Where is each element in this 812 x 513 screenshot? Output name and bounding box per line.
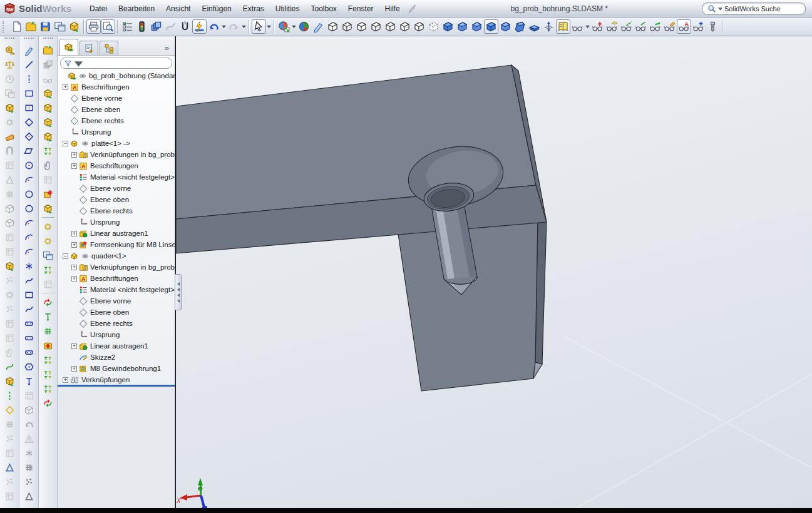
tree-filter[interactable]: [60, 58, 172, 69]
tree-item[interactable]: +Verknüpfungen in bg_prob: [58, 149, 175, 160]
physical-dynamics-button[interactable]: [41, 310, 55, 323]
spline-button[interactable]: [22, 273, 36, 287]
expand-icon[interactable]: +: [71, 231, 77, 236]
options-button[interactable]: [120, 19, 135, 34]
circular-pattern-button[interactable]: [22, 475, 36, 489]
view-origins-button[interactable]: [691, 19, 706, 34]
trim-entities-button[interactable]: [22, 446, 36, 460]
smart-mate-button[interactable]: [41, 101, 55, 114]
panel-collapse-grip[interactable]: [175, 274, 182, 310]
menu-hilfe[interactable]: Hilfe: [379, 3, 406, 15]
box-a-button[interactable]: [3, 158, 16, 172]
display-hidden-lines-removed-button[interactable]: [470, 19, 484, 34]
expand-icon[interactable]: +: [71, 152, 77, 158]
undo-button[interactable]: [207, 19, 221, 34]
trace-line-button[interactable]: [3, 389, 16, 402]
wire-box-a-button[interactable]: [3, 201, 16, 215]
tree-item[interactable]: Ursprung: [58, 216, 175, 228]
open-document-button[interactable]: [24, 19, 38, 34]
tree-item[interactable]: Ursprung: [58, 329, 175, 340]
menu-einfügen[interactable]: Einfügen: [196, 3, 237, 15]
section-view-button[interactable]: [527, 19, 542, 34]
assembly-repair-button[interactable]: [41, 338, 55, 352]
exploded-view-button[interactable]: [41, 187, 55, 201]
hide-show-items-button[interactable]: [570, 19, 585, 34]
advanced-mate-button[interactable]: [41, 130, 55, 143]
expand-icon[interactable]: +: [63, 84, 68, 90]
print-preview-button[interactable]: [101, 19, 115, 34]
line-button[interactable]: [22, 58, 36, 71]
tree-item[interactable]: Ebene vorne: [58, 183, 175, 194]
diamond-yellow-button[interactable]: [3, 403, 16, 417]
circle-partial-button[interactable]: [22, 187, 36, 201]
pattern-dots-button[interactable]: [3, 273, 16, 287]
toolbar-drag-handle[interactable]: [3, 21, 6, 33]
gear-a-button[interactable]: [3, 288, 16, 302]
view-sketches-button[interactable]: [662, 19, 677, 34]
menu-toolbox[interactable]: Toolbox: [305, 3, 342, 15]
tree-item[interactable]: Ebene rechts: [58, 205, 175, 216]
tree-item[interactable]: −quader<1>: [58, 250, 175, 262]
component-hand-button[interactable]: [41, 277, 55, 291]
toolbar-drag-handle[interactable]: [24, 38, 34, 42]
edit-appearance-button[interactable]: [277, 19, 291, 34]
collision-detection-button[interactable]: [41, 295, 55, 309]
filter-funnel-icon[interactable]: [64, 59, 72, 68]
tree-item[interactable]: +Verknüpfungen: [58, 374, 175, 385]
tree-item[interactable]: Ebene oben: [58, 307, 175, 318]
move-component-button[interactable]: [41, 144, 55, 158]
convert-entities-button[interactable]: [22, 389, 36, 402]
tree-item[interactable]: Ebene rechts: [58, 318, 175, 329]
tree-item[interactable]: Ebene rechts: [58, 115, 175, 126]
triangle-blue-button[interactable]: [3, 460, 16, 474]
tree-item[interactable]: Ebene oben: [58, 194, 175, 205]
circle-button[interactable]: [22, 158, 36, 172]
display-shaded-button[interactable]: [498, 19, 513, 34]
triangle-button[interactable]: [22, 489, 36, 503]
box-h-button[interactable]: [3, 489, 16, 503]
component-preview-button[interactable]: [41, 173, 55, 186]
view-right-button[interactable]: [369, 19, 383, 34]
make-assembly-from-assembly-button[interactable]: [67, 19, 81, 34]
zoom-tool-button[interactable]: [311, 19, 326, 34]
menu-utilities[interactable]: Utilities: [270, 3, 306, 15]
symmetry-check-button[interactable]: [3, 115, 16, 129]
propertymanager-tab[interactable]: [80, 41, 98, 55]
warning-button[interactable]: [22, 432, 36, 445]
display-shaded-with-edges-button[interactable]: [484, 19, 498, 34]
tree-item[interactable]: +ABeschriftungen: [58, 273, 175, 284]
hidden-components-button[interactable]: [41, 58, 55, 71]
straight-slot-button[interactable]: [22, 317, 36, 330]
grid-a-button[interactable]: [3, 187, 16, 201]
tree-item[interactable]: bg_prob_bohrung (Standard<: [58, 70, 175, 81]
tree-item[interactable]: −platte<1> ->: [58, 138, 175, 149]
new-document-button[interactable]: [9, 19, 24, 34]
flask-button[interactable]: [3, 173, 16, 186]
tree-item[interactable]: +Verknüpfungen in bg_prob: [58, 262, 175, 273]
view-move-indicators-button[interactable]: [590, 19, 605, 34]
tree-item[interactable]: +Linear austragen1: [58, 340, 175, 352]
tree-item[interactable]: +M8 Gewindebohrung1: [58, 363, 175, 374]
collapse-icon[interactable]: −: [63, 253, 68, 259]
reload-documents-button[interactable]: [135, 19, 149, 34]
quill-icon[interactable]: [407, 4, 417, 14]
perpendicular-button[interactable]: [22, 374, 36, 388]
sketch-button[interactable]: [22, 43, 36, 57]
menu-datei[interactable]: Datei: [84, 3, 113, 15]
ellipse-button[interactable]: [22, 201, 36, 215]
quader-block[interactable]: [396, 216, 547, 391]
polygon-point-button[interactable]: [22, 130, 36, 143]
parallelogram-button[interactable]: [22, 144, 36, 158]
view-annotations-button[interactable]: A: [677, 19, 691, 34]
redo-caret[interactable]: [241, 19, 247, 34]
smart-fasteners-button[interactable]: [41, 158, 55, 172]
save-button[interactable]: [38, 19, 53, 34]
undo-caret[interactable]: [221, 19, 227, 34]
search-icon[interactable]: [707, 4, 716, 13]
mate-pair-1-button[interactable]: [41, 353, 55, 367]
dots-c-button[interactable]: [3, 475, 16, 489]
assembly-features-button[interactable]: [41, 201, 55, 215]
view-back-button[interactable]: [340, 19, 354, 34]
polygon-button[interactable]: [22, 115, 36, 129]
spline-green-button[interactable]: [3, 360, 16, 373]
